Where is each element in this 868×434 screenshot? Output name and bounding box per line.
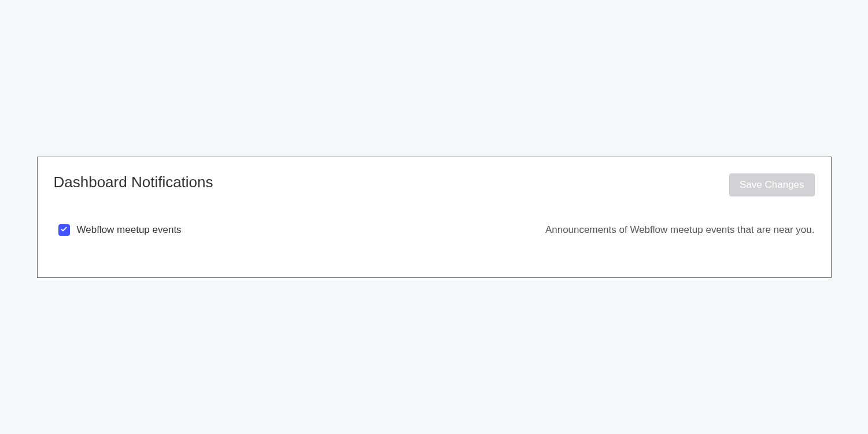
- notification-left: Webflow meetup events: [58, 224, 182, 236]
- card-title: Dashboard Notifications: [54, 173, 213, 191]
- save-changes-button[interactable]: Save Changes: [729, 173, 815, 196]
- card-header: Dashboard Notifications Save Changes: [54, 173, 815, 196]
- notifications-card: Dashboard Notifications Save Changes Web…: [37, 157, 832, 278]
- notification-label: Webflow meetup events: [77, 224, 182, 236]
- notification-row: Webflow meetup events Announcements of W…: [54, 224, 815, 236]
- meetup-events-checkbox[interactable]: [58, 224, 70, 236]
- check-icon: [60, 225, 68, 235]
- notification-description: Announcements of Webflow meetup events t…: [545, 224, 815, 236]
